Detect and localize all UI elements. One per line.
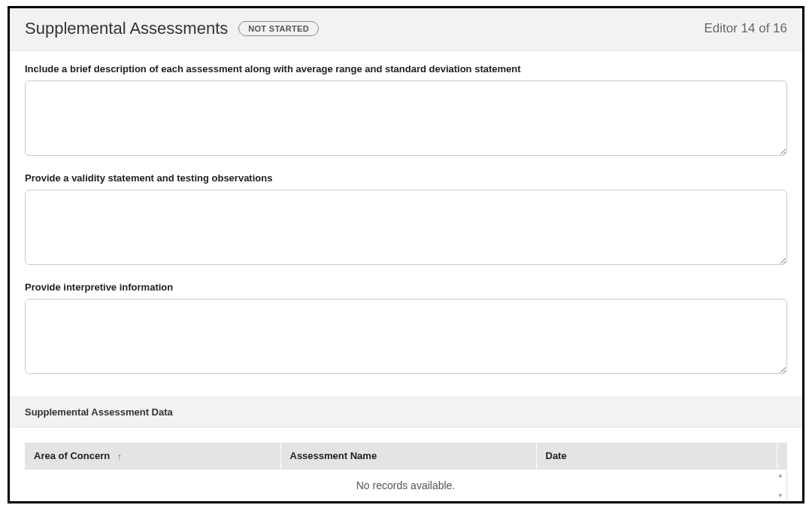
description-group: Include a brief description of each asse… (25, 63, 787, 159)
chevron-up-icon: ▲ (777, 472, 783, 479)
interpretive-label: Provide interpretive information (25, 281, 787, 293)
validity-group: Provide a validity statement and testing… (25, 172, 787, 268)
validity-label: Provide a validity statement and testing… (25, 172, 787, 184)
form-content: Include a brief description of each asse… (10, 51, 802, 397)
chevron-down-icon: ▼ (777, 492, 783, 499)
interpretive-group: Provide interpretive information (25, 281, 787, 377)
status-badge: NOT STARTED (238, 21, 319, 36)
table-body: No records available. ▲ ▼ (25, 470, 787, 501)
column-assessment-name[interactable]: Assessment Name (280, 443, 536, 470)
column-area-label: Area of Concern (34, 450, 110, 461)
validity-textarea[interactable] (25, 190, 787, 265)
editor-count: Editor 14 of 16 (704, 21, 787, 36)
description-label: Include a brief description of each asse… (25, 63, 787, 75)
sort-asc-icon: ↑ (117, 452, 122, 462)
description-textarea[interactable] (25, 81, 787, 156)
column-gutter (777, 443, 787, 470)
column-area-of-concern[interactable]: Area of Concern ↑ (25, 443, 280, 470)
column-name-label: Assessment Name (290, 450, 377, 461)
table-header-row: Area of Concern ↑ Assessment Name Date (25, 443, 787, 470)
app-frame: Supplemental Assessments NOT STARTED Edi… (8, 6, 804, 503)
page-header: Supplemental Assessments NOT STARTED Edi… (10, 8, 802, 51)
column-date[interactable]: Date (536, 443, 777, 470)
page-title: Supplemental Assessments (25, 19, 228, 38)
header-left: Supplemental Assessments NOT STARTED (25, 19, 319, 38)
column-date-label: Date (546, 450, 567, 461)
section-header: Supplemental Assessment Data (10, 397, 802, 427)
interpretive-textarea[interactable] (25, 299, 787, 374)
assessment-table: Area of Concern ↑ Assessment Name Date (25, 443, 787, 470)
table-area: Area of Concern ↑ Assessment Name Date N… (10, 427, 802, 501)
no-records-message: No records available. (356, 479, 456, 491)
scroll-hints[interactable]: ▲ ▼ (776, 470, 785, 501)
